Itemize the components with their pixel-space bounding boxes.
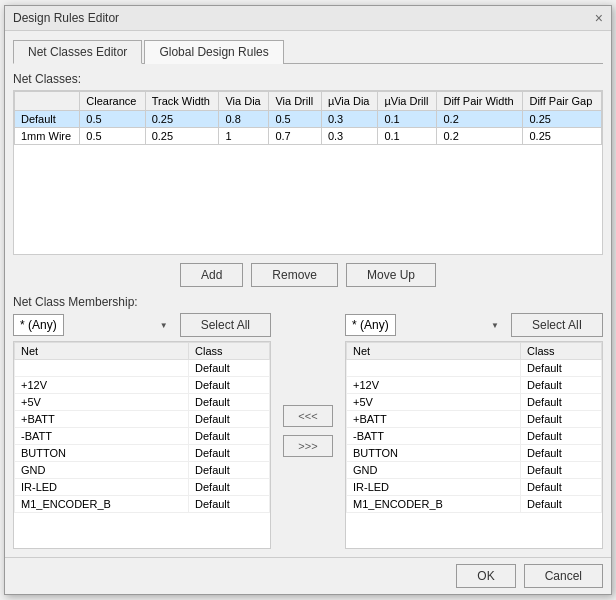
list-item[interactable]: GNDDefault [15,462,270,479]
list-item[interactable]: -BATTDefault [347,428,602,445]
list-item[interactable]: BUTTONDefault [347,445,602,462]
left-col-class: Class [189,343,270,360]
col-header-via-dia: Via Dia [219,92,269,111]
col-header-name [15,92,80,111]
list-item[interactable]: -BATTDefault [15,428,270,445]
left-col-net: Net [15,343,189,360]
remove-button[interactable]: Remove [251,263,338,287]
col-header-uvia-dia: µVia Dia [321,92,378,111]
left-list-table: Net Class Default+12VDefault+5VDefault+B… [14,342,270,513]
right-list-table: Net Class Default+12VDefault+5VDefault+B… [346,342,602,513]
tab-net-classes[interactable]: Net Classes Editor [13,40,142,64]
move-up-button[interactable]: Move Up [346,263,436,287]
left-list-container[interactable]: Net Class Default+12VDefault+5VDefault+B… [13,341,271,549]
table-row[interactable]: 1mm Wire0.50.2510.70.30.10.20.25 [15,128,602,145]
tab-bar: Net Classes Editor Global Design Rules [13,39,603,64]
list-item[interactable]: GNDDefault [347,462,602,479]
ok-button[interactable]: OK [456,564,515,588]
list-item[interactable]: BUTTONDefault [15,445,270,462]
col-header-diff-pair-width: Diff Pair Width [437,92,523,111]
left-select-all-button[interactable]: Select All [180,313,271,337]
right-dropdown[interactable]: * (Any) [345,314,396,336]
list-item[interactable]: IR-LEDDefault [15,479,270,496]
net-classes-table-container: Clearance Track Width Via Dia Via Drill … [13,90,603,255]
right-select-all-button[interactable]: Select AlI [511,313,603,337]
net-classes-buttons: Add Remove Move Up [13,263,603,287]
col-header-clearance: Clearance [80,92,145,111]
membership-label: Net Class Membership: [13,295,603,309]
left-membership-panel: * (Any) Select All Net Class [13,313,271,549]
list-item[interactable]: Default [347,360,602,377]
net-classes-section: Net Classes: Clearance Track Width Via D… [13,72,603,255]
left-dropdown[interactable]: * (Any) [13,314,64,336]
title-bar: Design Rules Editor × [5,6,611,31]
right-col-class: Class [521,343,602,360]
col-header-uvia-drill: µVia Drill [378,92,437,111]
list-item[interactable]: +BATTDefault [347,411,602,428]
col-header-track-width: Track Width [145,92,219,111]
transfer-left-button[interactable]: <<< [283,405,333,427]
transfer-right-button[interactable]: >>> [283,435,333,457]
list-item[interactable]: Default [15,360,270,377]
list-item[interactable]: +12VDefault [347,377,602,394]
footer: OK Cancel [5,557,611,594]
design-rules-window: Design Rules Editor × Net Classes Editor… [4,5,612,595]
transfer-buttons: <<< >>> [279,313,337,549]
list-item[interactable]: M1_ENCODER_BDefault [347,496,602,513]
window-title: Design Rules Editor [13,11,119,25]
net-classes-label: Net Classes: [13,72,603,86]
membership-panels-row: * (Any) Select All Net Class [13,313,603,549]
list-item[interactable]: +5VDefault [347,394,602,411]
list-item[interactable]: M1_ENCODER_BDefault [15,496,270,513]
list-item[interactable]: IR-LEDDefault [347,479,602,496]
col-header-diff-pair-gap: Diff Pair Gap [523,92,602,111]
net-classes-table: Clearance Track Width Via Dia Via Drill … [14,91,602,145]
list-item[interactable]: +BATTDefault [15,411,270,428]
list-item[interactable]: +12VDefault [15,377,270,394]
cancel-button[interactable]: Cancel [524,564,603,588]
right-list-container[interactable]: Net Class Default+12VDefault+5VDefault+B… [345,341,603,549]
right-dropdown-wrap: * (Any) [345,314,505,336]
add-button[interactable]: Add [180,263,243,287]
right-membership-panel: * (Any) Select AlI Net Class [345,313,603,549]
col-header-via-drill: Via Drill [269,92,321,111]
right-col-net: Net [347,343,521,360]
right-panel-top: * (Any) Select AlI [345,313,603,337]
left-panel-top: * (Any) Select All [13,313,271,337]
list-item[interactable]: +5VDefault [15,394,270,411]
membership-section: Net Class Membership: * (Any) Select All [13,295,603,549]
tab-global-design-rules[interactable]: Global Design Rules [144,40,283,64]
left-dropdown-wrap: * (Any) [13,314,174,336]
close-icon[interactable]: × [595,10,603,26]
table-row[interactable]: Default0.50.250.80.50.30.10.20.25 [15,111,602,128]
main-content: Net Classes Editor Global Design Rules N… [5,31,611,557]
